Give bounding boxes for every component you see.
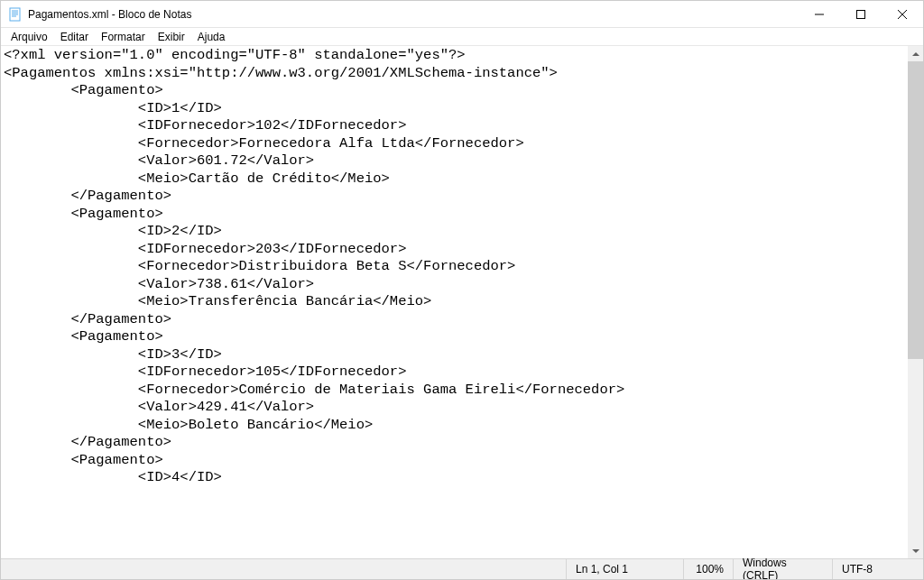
status-encoding: UTF-8 — [833, 559, 923, 579]
menu-ajuda[interactable]: Ajuda — [191, 30, 232, 44]
minimize-button[interactable] — [799, 1, 840, 28]
svg-rect-6 — [857, 11, 865, 19]
window-title: Pagamentos.xml - Bloco de Notas — [28, 8, 191, 21]
scroll-down-icon[interactable] — [908, 543, 923, 558]
window-controls — [799, 1, 923, 27]
menu-editar[interactable]: Editar — [54, 30, 95, 44]
titlebar: Pagamentos.xml - Bloco de Notas — [1, 1, 923, 28]
menu-formatar[interactable]: Formatar — [95, 30, 152, 44]
titlebar-left: Pagamentos.xml - Bloco de Notas — [1, 1, 799, 27]
notepad-icon — [8, 7, 23, 22]
scroll-up-icon[interactable] — [908, 46, 923, 61]
menubar: Arquivo Editar Formatar Exibir Ajuda — [1, 28, 923, 46]
content-area: <?xml version="1.0" encoding="UTF-8" sta… — [1, 46, 923, 558]
close-button[interactable] — [882, 1, 923, 28]
scroll-thumb[interactable] — [908, 61, 923, 359]
status-spacer — [1, 559, 567, 579]
vertical-scrollbar[interactable] — [908, 46, 923, 558]
svg-marker-9 — [912, 52, 919, 56]
text-editor[interactable]: <?xml version="1.0" encoding="UTF-8" sta… — [1, 46, 908, 558]
status-zoom: 100% — [684, 559, 734, 579]
status-position: Ln 1, Col 1 — [567, 559, 684, 579]
svg-marker-10 — [912, 549, 919, 553]
statusbar: Ln 1, Col 1 100% Windows (CRLF) UTF-8 — [1, 558, 923, 579]
menu-exibir[interactable]: Exibir — [152, 30, 191, 44]
status-lineending: Windows (CRLF) — [734, 559, 833, 579]
menu-arquivo[interactable]: Arquivo — [5, 30, 54, 44]
maximize-button[interactable] — [840, 1, 882, 28]
